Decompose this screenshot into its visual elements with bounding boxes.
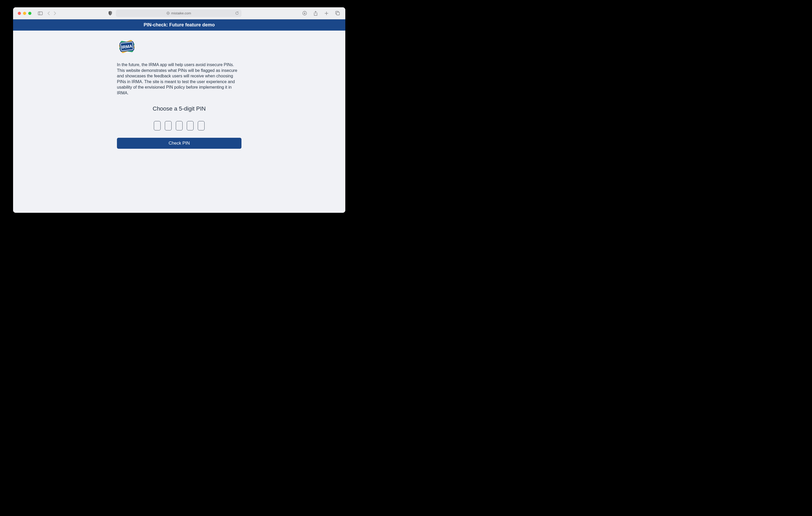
sidebar-toggle-icon[interactable] bbox=[37, 10, 44, 17]
pin-digit-2[interactable] bbox=[165, 121, 172, 130]
page-title: PIN-check: Future feature demo bbox=[144, 22, 215, 27]
irma-logo-icon: IRMA bbox=[117, 38, 137, 55]
page-title-bar: PIN-check: Future feature demo bbox=[13, 19, 345, 31]
browser-toolbar: mistaike.com bbox=[13, 7, 345, 19]
page-content: IRMA In the future, the IRMA app will he… bbox=[117, 38, 241, 149]
close-window-button[interactable] bbox=[18, 12, 21, 15]
prompt-heading: Choose a 5-digit PIN bbox=[117, 105, 241, 112]
svg-rect-0 bbox=[38, 12, 42, 15]
back-button[interactable] bbox=[47, 11, 50, 16]
share-icon[interactable] bbox=[312, 10, 319, 17]
pin-input-row bbox=[117, 121, 241, 130]
minimize-window-button[interactable] bbox=[23, 12, 26, 15]
page-body: PIN-check: Future feature demo IRMA In t… bbox=[13, 19, 345, 213]
pin-digit-1[interactable] bbox=[154, 121, 161, 130]
fullscreen-window-button[interactable] bbox=[28, 12, 31, 15]
logo: IRMA bbox=[117, 38, 241, 55]
globe-icon bbox=[166, 11, 170, 15]
browser-window: mistaike.com PIN-check: bbox=[13, 7, 345, 213]
svg-rect-9 bbox=[337, 12, 339, 15]
reload-icon[interactable] bbox=[235, 11, 239, 15]
forward-button[interactable] bbox=[54, 11, 57, 16]
new-tab-icon[interactable] bbox=[323, 10, 329, 17]
tabs-overview-icon[interactable] bbox=[334, 10, 341, 17]
address-bar[interactable]: mistaike.com bbox=[116, 10, 241, 17]
privacy-shield-icon[interactable] bbox=[107, 10, 113, 17]
check-pin-button[interactable]: Check PIN bbox=[117, 138, 241, 149]
toolbar-right-icons bbox=[301, 10, 341, 17]
downloads-icon[interactable] bbox=[301, 10, 308, 17]
description-text: In the future, the IRMA app will help us… bbox=[117, 62, 241, 96]
window-controls bbox=[18, 12, 31, 15]
pin-digit-4[interactable] bbox=[187, 121, 194, 130]
pin-digit-3[interactable] bbox=[176, 121, 182, 130]
pin-digit-5[interactable] bbox=[198, 121, 205, 130]
url-text: mistaike.com bbox=[171, 11, 191, 15]
nav-arrows bbox=[47, 11, 57, 16]
